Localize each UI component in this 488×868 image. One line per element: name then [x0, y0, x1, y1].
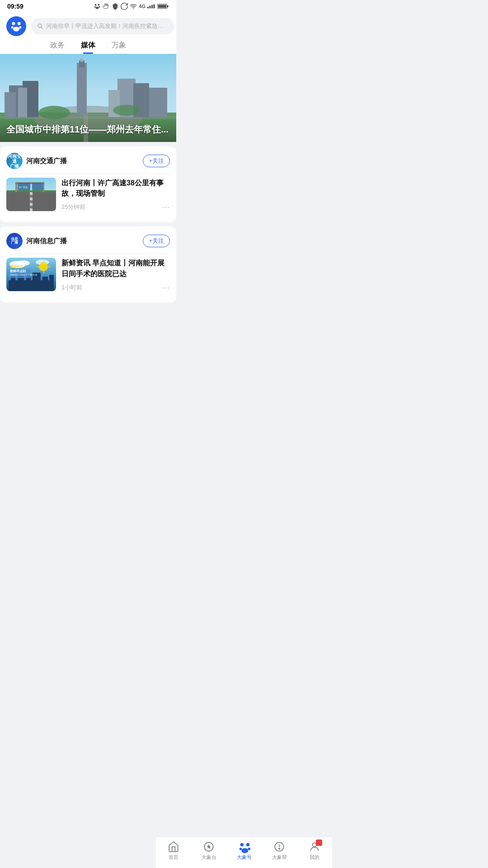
svg-rect-62 [48, 266, 50, 267]
tab-bar: 政务 媒体 万象 [0, 36, 176, 54]
svg-point-3 [99, 6, 100, 8]
svg-rect-7 [150, 6, 151, 9]
svg-point-58 [39, 262, 48, 271]
more-btn-1[interactable]: ⋯ [162, 202, 170, 212]
news-text-2: 新鲜资讯 早点知道丨河南能开展日间手术的医院已达 1小时前 ⋯ [61, 258, 170, 292]
tab-wanxiang[interactable]: 万象 [112, 41, 126, 54]
svg-rect-8 [151, 5, 153, 9]
news-card-1: 河南交通广播 河南交通广播 +关注 [0, 146, 176, 222]
news-text-1: 出行河南丨许广高速38公里有事故，现场管制 25分钟前 ⋯ [61, 178, 170, 212]
svg-point-15 [11, 26, 14, 28]
svg-rect-9 [154, 5, 155, 9]
svg-rect-28 [18, 88, 27, 117]
status-icons: 4G [94, 3, 169, 10]
search-icon [37, 23, 43, 29]
svg-rect-45 [6, 190, 56, 192]
avatar-traffic: 河南交通广播 [6, 153, 23, 169]
svg-rect-11 [167, 5, 169, 7]
news-item-1[interactable]: 许广高速 出行河南丨许广高速38公里有事故，现场管制 25分钟前 ⋯ [6, 174, 170, 216]
svg-rect-42 [30, 198, 33, 200]
svg-rect-34 [149, 88, 167, 117]
svg-rect-31 [80, 58, 83, 62]
source-row-1: 河南交通广播 河南交通广播 +关注 [6, 153, 170, 169]
svg-point-5 [133, 8, 134, 9]
tab-politics[interactable]: 政务 [50, 41, 65, 54]
news-meta-1: 25分钟前 ⋯ [61, 202, 170, 212]
svg-point-4 [96, 7, 99, 9]
hero-caption: 全国城市中排第11位——郑州去年常住... [6, 123, 169, 136]
battery-icon [157, 3, 169, 9]
app-logo[interactable] [6, 16, 26, 36]
svg-rect-29 [77, 63, 87, 115]
svg-point-17 [13, 27, 19, 32]
header: 河南你早丨甲流进入高发期！河南疾控紧急提醒；... [0, 13, 176, 36]
wifi-icon [130, 3, 137, 10]
news-time-2: 1小时前 [61, 283, 82, 292]
svg-point-2 [94, 6, 96, 8]
source-name-2: 河南信息广播 [26, 237, 67, 245]
status-bar: 09:59 4G [0, 0, 176, 13]
refresh-status-icon [121, 3, 128, 10]
news-card-2: 信息广播 河南信息广播 +关注 [0, 226, 176, 302]
search-placeholder: 河南你早丨甲流进入高发期！河南疾控紧急提醒；... [46, 22, 168, 30]
hand-status-icon [103, 3, 110, 10]
paw-logo-icon [10, 20, 23, 33]
search-bar[interactable]: 河南你早丨甲流进入高发期！河南疾控紧急提醒；... [31, 18, 174, 34]
svg-point-36 [38, 106, 70, 119]
news-content: 河南交通广播 河南交通广播 +关注 [0, 142, 176, 311]
svg-text:许广高速: 许广高速 [19, 186, 28, 189]
road-thumbnail: 许广高速 [6, 178, 56, 211]
follow-btn-1[interactable]: +关注 [143, 155, 170, 167]
source-row-2: 信息广播 河南信息广播 +关注 [6, 233, 170, 249]
svg-rect-43 [30, 203, 33, 206]
svg-rect-12 [158, 5, 166, 8]
source-info-2: 信息广播 河南信息广播 [6, 233, 67, 249]
news-title-2: 新鲜资讯 早点知道丨河南能开展日间手术的医院已达 [61, 258, 170, 278]
svg-point-37 [113, 105, 140, 116]
svg-rect-61 [37, 266, 39, 267]
news-thumb-2: 资讯先行 新鲜早点到 FM105.6 FM97.6 7:00-8:00 [6, 258, 56, 291]
tab-media[interactable]: 媒体 [81, 41, 95, 54]
svg-rect-41 [30, 192, 33, 195]
source-info-1: 河南交通广播 河南交通广播 [6, 153, 67, 169]
svg-text:FM105.6  FM97.6  7:00-8:00: FM105.6 FM97.6 7:00-8:00 [10, 274, 38, 276]
svg-rect-50 [32, 183, 43, 190]
follow-btn-2[interactable]: +关注 [143, 235, 170, 247]
more-btn-2[interactable]: ⋯ [162, 283, 170, 292]
svg-rect-6 [147, 7, 149, 9]
main-content: 全国城市中排第11位——郑州去年常住... 河南交通广播 河南交通广播 +关注 [0, 54, 176, 348]
news-time-1: 25分钟前 [61, 203, 85, 211]
svg-rect-44 [30, 208, 33, 211]
news-item-2[interactable]: 资讯先行 新鲜早点到 FM105.6 FM97.6 7:00-8:00 新鲜资讯… [6, 254, 170, 296]
news-meta-2: 1小时前 ⋯ [61, 283, 170, 292]
svg-rect-26 [5, 92, 16, 117]
signal-text: 4G [139, 4, 145, 9]
svg-point-13 [12, 22, 15, 25]
status-time: 09:59 [7, 3, 23, 10]
paw-status-icon [94, 3, 101, 10]
svg-rect-68 [42, 277, 48, 282]
svg-rect-69 [49, 275, 54, 282]
signal-bars-icon [147, 4, 155, 9]
svg-point-18 [38, 24, 42, 28]
source-name-1: 河南交通广播 [26, 157, 67, 165]
news-thumb-1: 许广高速 [6, 178, 56, 211]
svg-point-0 [95, 4, 97, 6]
svg-point-14 [18, 22, 21, 25]
hero-banner[interactable]: 全国城市中排第11位——郑州去年常住... [0, 54, 176, 142]
svg-text:新鲜早点到: 新鲜早点到 [10, 269, 26, 273]
svg-rect-60 [43, 271, 44, 274]
svg-point-1 [98, 4, 100, 6]
info-thumbnail: 资讯先行 新鲜早点到 FM105.6 FM97.6 7:00-8:00 [6, 258, 56, 291]
svg-text:资讯先行: 资讯先行 [10, 264, 23, 268]
avatar-info: 信息广播 [6, 233, 23, 249]
svg-rect-59 [43, 260, 44, 262]
news-title-1: 出行河南丨许广高速38公里有事故，现场管制 [61, 178, 170, 198]
svg-line-19 [41, 27, 43, 29]
shield-status-icon [112, 3, 119, 10]
svg-point-16 [19, 26, 21, 28]
